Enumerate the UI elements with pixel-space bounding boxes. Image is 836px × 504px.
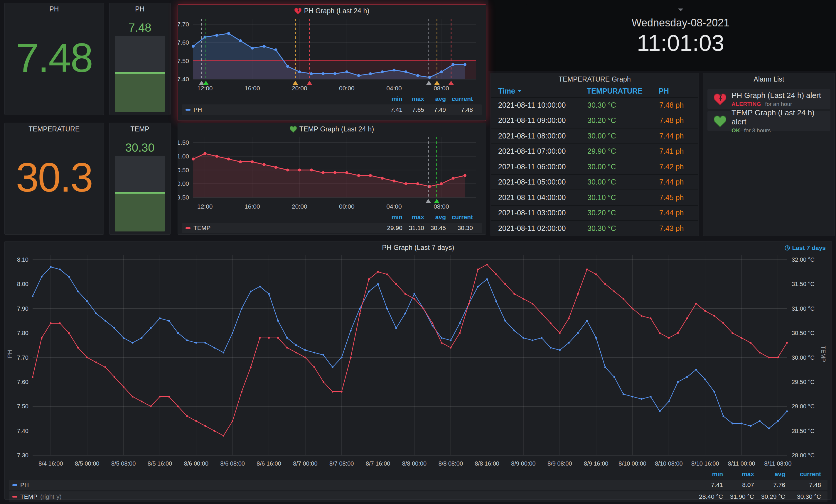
alarm-name[interactable]: PH Graph (Last 24 h) alert xyxy=(732,91,821,100)
alarm-item-ph[interactable]: PH Graph (Last 24 h) alert ALERTING for … xyxy=(707,89,831,109)
table-header-time[interactable]: Time xyxy=(491,85,580,97)
table-row: 2021-08-11 04:00:0030.10 °C7.45 ph xyxy=(491,190,698,206)
svg-text:8.10: 8.10 xyxy=(17,256,28,263)
legend-stat-header-avg[interactable]: avg xyxy=(424,95,446,102)
svg-text:04:00: 04:00 xyxy=(386,85,402,92)
legend-stat-header-avg[interactable]: avg xyxy=(754,470,785,478)
alarm-name[interactable]: TEMP Graph (Last 24 h) alert xyxy=(732,108,831,127)
panel-title[interactable]: PH xyxy=(110,5,170,13)
table-row: 2021-08-11 03:00:0030.20 °C7.44 ph xyxy=(491,206,698,221)
data-point xyxy=(239,160,242,163)
data-point xyxy=(68,332,70,334)
chevron-down-icon[interactable] xyxy=(678,8,683,11)
ph-24h-chart-canvas[interactable]: 7.707.607.507.4012:0016:0020:0000:0004:0… xyxy=(178,5,486,93)
table-header-ph[interactable]: PH xyxy=(652,85,698,97)
legend-series-name[interactable]: PH xyxy=(20,481,29,488)
data-point xyxy=(141,401,142,403)
table-cell-ph: 7.42 ph xyxy=(652,159,698,174)
svg-text:31.00 °C: 31.00 °C xyxy=(792,305,815,312)
legend-swatch xyxy=(12,496,17,498)
data-point xyxy=(422,308,424,310)
data-point xyxy=(477,286,479,288)
data-point xyxy=(227,157,230,160)
data-point xyxy=(386,273,388,275)
legend-stat-header-max[interactable]: max xyxy=(402,214,424,220)
data-point xyxy=(86,301,88,302)
legend-stat-header-min[interactable]: min xyxy=(381,214,402,220)
data-point xyxy=(241,391,243,392)
data-point xyxy=(345,71,348,73)
legend-stat-header-max[interactable]: max xyxy=(402,95,424,102)
data-point xyxy=(632,308,633,310)
legend-stat-avg: 30.29 °C xyxy=(754,493,785,500)
alarm-item-temp[interactable]: TEMP Graph (Last 24 h) alert OK for 3 ho… xyxy=(707,111,831,131)
data-point xyxy=(686,317,688,319)
data-point xyxy=(359,312,361,314)
data-point xyxy=(159,317,160,319)
panel-title[interactable]: PH xyxy=(5,5,103,13)
svg-text:7.60: 7.60 xyxy=(17,379,28,385)
table-cell-time: 2021-08-11 08:00:00 xyxy=(491,129,580,143)
panel-title[interactable]: TEMP xyxy=(110,125,170,133)
data-point xyxy=(350,357,352,358)
svg-text:12:00: 12:00 xyxy=(197,85,213,92)
data-point xyxy=(341,357,343,358)
data-point xyxy=(677,381,679,383)
panel-title[interactable]: TEMPERATURE xyxy=(5,125,103,133)
data-point xyxy=(304,349,306,351)
data-point xyxy=(513,293,515,295)
legend-series-name[interactable]: TEMP xyxy=(20,493,37,500)
table-cell-temp: 30.20 °C xyxy=(580,206,652,220)
data-point xyxy=(452,63,455,66)
svg-text:30.50: 30.50 xyxy=(178,167,189,173)
data-point xyxy=(504,320,506,322)
data-point xyxy=(395,283,397,285)
data-point xyxy=(286,337,288,339)
svg-text:8/6 08:00: 8/6 08:00 xyxy=(220,460,245,467)
legend-stat-avg: 7.49 xyxy=(424,106,446,113)
panel-title[interactable]: Alarm List xyxy=(703,75,835,83)
legend-stat-header-max[interactable]: max xyxy=(723,470,754,478)
data-point xyxy=(168,396,170,398)
temp-24h-chart-canvas[interactable]: 31.5031.0030.5030.0029.5012:0016:0020:00… xyxy=(178,123,486,211)
legend-stat-header-avg[interactable]: avg xyxy=(424,214,446,220)
legend-stat-header-current[interactable]: current xyxy=(446,214,473,220)
data-point xyxy=(357,174,360,177)
legend-stat-header-current[interactable]: current xyxy=(446,95,473,102)
table-row: 2021-08-11 08:00:0030.00 °C7.44 ph xyxy=(491,129,698,144)
svg-text:7.60: 7.60 xyxy=(178,39,189,46)
legend-series-name[interactable]: PH xyxy=(193,106,202,113)
legend-row-TEMP: TEMP(right-y)28.40 °C31.90 °C30.29 °C30.… xyxy=(9,491,828,502)
svg-text:8/7 00:00: 8/7 00:00 xyxy=(293,460,317,467)
legend-series-name[interactable]: TEMP xyxy=(193,225,210,231)
data-point xyxy=(50,266,52,268)
svg-text:31.50 °C: 31.50 °C xyxy=(792,281,815,287)
data-point xyxy=(786,410,788,412)
table-header-tempurature[interactable]: TEMPURATURE xyxy=(580,85,652,97)
legend-stat-header-min[interactable]: min xyxy=(692,470,723,478)
data-point xyxy=(604,283,606,285)
svg-text:8.00: 8.00 xyxy=(17,281,28,287)
table-cell-temp: 30.20 °C xyxy=(580,113,652,128)
data-point xyxy=(432,323,433,324)
panel-temp-graph-24h: TEMP Graph (Last 24 h) 31.5031.0030.5030… xyxy=(177,123,486,235)
data-point xyxy=(459,332,460,334)
data-point xyxy=(393,179,395,182)
legend-row-TEMP: TEMP29.9031.1030.4530.30 xyxy=(182,223,482,233)
data-point xyxy=(759,420,761,422)
panel-title[interactable]: TEMPERATURE Graph xyxy=(491,75,699,83)
data-point xyxy=(263,45,266,48)
data-point xyxy=(381,71,384,73)
data-point xyxy=(732,423,733,425)
ph-7day-chart-canvas[interactable]: 8.108.007.907.807.707.607.507.407.3032.0… xyxy=(5,241,832,469)
data-point xyxy=(677,332,679,334)
data-point xyxy=(314,352,315,353)
legend-stat-header-min[interactable]: min xyxy=(381,95,402,102)
svg-text:29.50: 29.50 xyxy=(178,194,189,201)
legend-stat-min: 28.40 °C xyxy=(692,493,723,500)
legend-stat-header-current[interactable]: current xyxy=(785,470,821,478)
data-point xyxy=(750,425,752,427)
data-point xyxy=(459,323,460,324)
svg-text:08:00: 08:00 xyxy=(434,85,449,92)
legend-row-PH: PH7.417.657.497.48 xyxy=(182,104,482,115)
